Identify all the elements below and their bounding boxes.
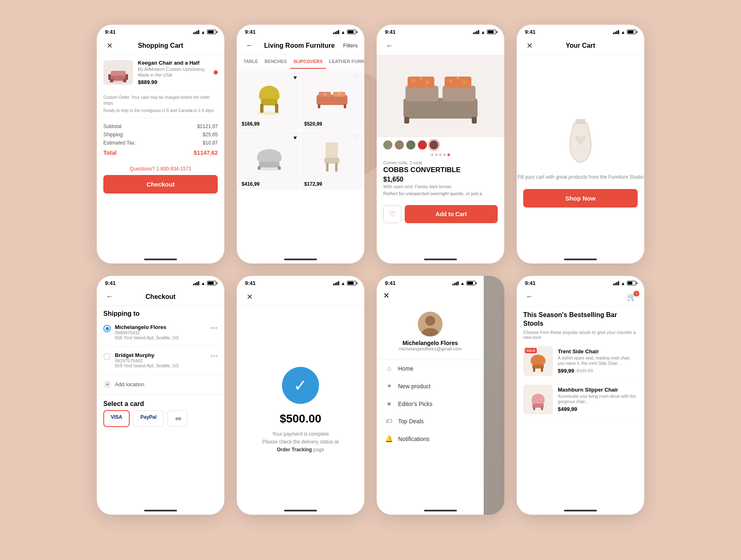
- product-card-2[interactable]: ♡ $520,99: [301, 71, 363, 130]
- status-time-7: 9:41: [385, 280, 396, 286]
- home-indicator-7: [424, 510, 457, 511]
- mashburn-chair-svg: [527, 388, 550, 411]
- menu-item-notifications[interactable]: 🔔 Notifications: [377, 430, 484, 448]
- filters-btn[interactable]: Filters: [343, 42, 358, 49]
- divider-2: [97, 374, 224, 374]
- svg-point-30: [419, 77, 422, 79]
- product-card-1[interactable]: ♥ $166,99: [238, 71, 300, 130]
- edit-icon-2[interactable]: •••: [210, 352, 218, 361]
- radio-1[interactable]: [103, 325, 111, 332]
- tab-slipcovers[interactable]: SLIPCOVERS: [290, 55, 326, 69]
- bestseller-title: This Season's Bestselling Bar Stools: [523, 311, 638, 328]
- order-tracking-link[interactable]: Order Tracking: [277, 447, 312, 453]
- tab-table[interactable]: TABLE: [240, 55, 261, 69]
- yellow-chair-svg: [253, 78, 286, 115]
- close-menu-btn[interactable]: ✕: [377, 288, 484, 303]
- svg-point-35: [457, 77, 459, 79]
- color-option-5[interactable]: [429, 140, 438, 149]
- paypal-card[interactable]: PayPal: [133, 410, 164, 427]
- address-2[interactable]: Bridget Murphy 09297575442 658 Yost Isla…: [97, 348, 224, 372]
- product-img-4: [304, 134, 359, 180]
- phone-number[interactable]: 1-800-934-1571: [156, 166, 191, 172]
- address-1[interactable]: Michelangelo Flores 0989975432 658 Yost …: [97, 320, 224, 344]
- menu-item-editors-picks[interactable]: ★ Editor's Picks: [377, 395, 484, 413]
- menu-item-top-deals[interactable]: 🏷 Top Deals: [377, 413, 484, 430]
- avatar-illustration: [418, 312, 443, 336]
- visa-card[interactable]: VISA: [103, 410, 130, 427]
- product-variant: With open end, Farsta dark brown: [383, 184, 498, 189]
- close-icon-6[interactable]: ✕: [243, 292, 256, 301]
- battery-1: [207, 30, 216, 34]
- menu-item-new-product[interactable]: ✦ New product: [377, 377, 484, 395]
- status-bar-8: 9:41 ▲: [517, 276, 644, 288]
- empty-cart-illustration: [548, 111, 613, 168]
- product-card-3[interactable]: ♥ $416,99: [238, 131, 300, 190]
- payment-options: VISA PayPal ●●: [97, 410, 224, 427]
- product-list-1[interactable]: SALE Trent Side Chair A stylish spare se…: [517, 342, 644, 380]
- tab-benches[interactable]: BENCHES: [261, 55, 290, 69]
- cart-totals: Subtotal $1121,97 Shipping: $25,65 Estim…: [97, 118, 224, 163]
- product-name-1: Trent Side Chair: [558, 348, 638, 355]
- radio-2[interactable]: [103, 353, 111, 360]
- cart-title: Shopping Cart: [116, 42, 205, 49]
- tab-leather[interactable]: LEATHER FURN...: [326, 55, 364, 69]
- cart-icon-8[interactable]: 🛒 1: [625, 292, 638, 301]
- color-option-1[interactable]: [383, 140, 392, 149]
- add-to-cart-button[interactable]: Add to Cart: [405, 205, 498, 223]
- color-option-3[interactable]: [406, 140, 415, 149]
- product-info: Corner sofa, 2-seat COBBS CONVERTIBLE $1…: [377, 157, 504, 200]
- checkout-button[interactable]: Checkout: [103, 175, 218, 194]
- svg-point-40: [425, 316, 435, 326]
- battery-4: [627, 30, 636, 34]
- wishlist-icon-1[interactable]: ♥: [294, 74, 297, 81]
- color-option-2[interactable]: [395, 140, 404, 149]
- cart-notice: Custom Order: Your card may be charged b…: [97, 91, 224, 118]
- status-bar-7: 9:41 ▲: [377, 276, 484, 288]
- wishlist-icon-3[interactable]: ♥: [294, 134, 297, 141]
- product-prices-1: $99,99 $131,99: [558, 368, 638, 374]
- status-time-5: 9:41: [105, 280, 116, 286]
- address-info-2: Bridget Murphy 09297575442 658 Yost Isla…: [115, 352, 206, 368]
- svg-rect-21: [278, 166, 281, 170]
- back-icon-5[interactable]: ←: [103, 292, 116, 301]
- menu-item-home[interactable]: ⌂ Home: [377, 360, 484, 377]
- wishlist-icon-4[interactable]: ♡: [354, 134, 359, 141]
- color-option-4[interactable]: [418, 140, 427, 149]
- home-indicator-6: [284, 510, 317, 511]
- color-options: [377, 137, 504, 153]
- status-icons-5: ▲: [193, 281, 216, 286]
- wifi-icon-8: ▲: [621, 281, 625, 286]
- screen-your-cart: 9:41 ▲ ✕ Your Cart Fill your: [517, 25, 644, 264]
- edit-icon-1[interactable]: •••: [210, 324, 218, 333]
- cart-badge: 1: [634, 291, 639, 296]
- status-bar-2: 9:41 ▲: [237, 25, 364, 37]
- svg-rect-42: [533, 368, 535, 372]
- svg-rect-23: [324, 158, 339, 163]
- battery-2: [347, 30, 356, 34]
- wishlist-button[interactable]: ♡: [383, 205, 401, 223]
- product-list-2[interactable]: Mashburn Slipper Chair Accentuate your l…: [517, 380, 644, 419]
- home-icon: ⌂: [385, 365, 393, 372]
- back-icon-2[interactable]: ←: [243, 41, 256, 50]
- address-info-1: Michelangelo Flores 0989975432 658 Yost …: [115, 324, 206, 340]
- price-original-1: $131,99: [577, 368, 593, 373]
- divider-3: [97, 394, 224, 394]
- menu-label-new-product: New product: [398, 383, 431, 390]
- add-location-btn[interactable]: + Add location: [97, 376, 224, 392]
- back-icon-3[interactable]: ←: [383, 42, 396, 50]
- shop-now-button[interactable]: Shop Now: [523, 189, 638, 208]
- your-cart-title: Your Cart: [536, 42, 625, 49]
- status-icons-8: ▲: [613, 281, 636, 286]
- mastercard-card[interactable]: ●●: [167, 410, 188, 427]
- nav-bar-8: ← 🛒 1: [517, 288, 644, 306]
- close-icon-1[interactable]: ✕: [103, 41, 116, 50]
- product-desc-2: Accentuate your living room decor with t…: [558, 394, 638, 404]
- menu-label-notifications: Notifications: [398, 436, 429, 442]
- product-card-4[interactable]: ♡ $172,99: [301, 131, 363, 190]
- close-icon-4[interactable]: ✕: [523, 41, 536, 50]
- plus-icon: +: [103, 380, 112, 388]
- wishlist-icon-2[interactable]: ♡: [354, 74, 359, 81]
- product-price-1: $166,99: [242, 121, 297, 127]
- status-bar-4: 9:41 ▲: [517, 25, 644, 37]
- back-icon-8[interactable]: ←: [523, 292, 536, 301]
